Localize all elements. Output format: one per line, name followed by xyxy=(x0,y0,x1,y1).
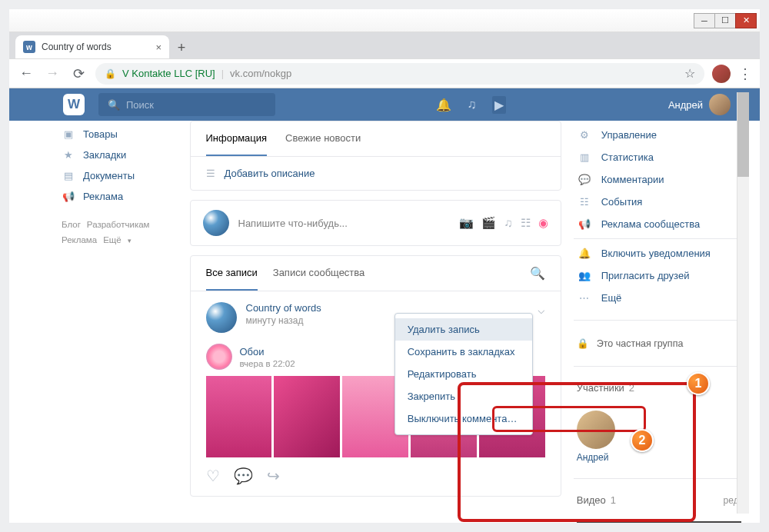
side-events[interactable]: ☷События xyxy=(574,191,744,213)
post-author[interactable]: Country of words xyxy=(246,302,321,314)
post-menu-button[interactable]: ⌵ xyxy=(538,302,545,317)
wall-tab-all[interactable]: Все записи xyxy=(206,256,258,291)
wall-card: Все записи Записи сообщества 🔍 Country o… xyxy=(190,255,561,497)
repost-avatar[interactable] xyxy=(206,344,232,370)
video-icon[interactable]: 🎬 xyxy=(481,216,496,230)
header-avatar xyxy=(709,94,731,115)
add-description[interactable]: ☰ Добавить описание xyxy=(191,157,561,190)
videos-title[interactable]: Видео1ред. xyxy=(574,490,744,510)
play-icon[interactable]: ▶ xyxy=(492,96,506,114)
footer-blog[interactable]: Блог xyxy=(62,220,81,229)
url-org: V Kontakte LLC [RU] xyxy=(122,68,215,79)
chevron-down-icon: ⌵ xyxy=(538,303,545,316)
more-compose-icon[interactable]: ◉ xyxy=(538,216,548,230)
dropdown-edit[interactable]: Редактировать xyxy=(395,363,532,385)
wall-search-icon[interactable]: 🔍 xyxy=(530,256,545,291)
dropdown-disable-comments[interactable]: Выключить комментарии xyxy=(395,407,532,430)
header-username: Андрей xyxy=(668,99,703,111)
invite-icon: 👥 xyxy=(577,270,592,281)
profile-avatar[interactable] xyxy=(712,65,731,83)
bell-icon: 🔔 xyxy=(577,248,592,259)
lock-icon: 🔒 xyxy=(105,68,116,79)
tab-news[interactable]: Свежие новости xyxy=(285,121,361,156)
member-name: Андрей xyxy=(577,452,741,463)
post-avatar[interactable] xyxy=(206,302,237,333)
header-user[interactable]: Андрей ▼ xyxy=(668,94,744,115)
window-titlebar: ─ ☐ ✕ xyxy=(9,9,760,32)
nav-documents[interactable]: ▤Документы xyxy=(55,165,178,186)
gear-icon: ⚙ xyxy=(577,129,592,141)
dropdown-save[interactable]: Сохранить в закладках xyxy=(395,341,532,363)
nav-bookmarks[interactable]: ★Закладки xyxy=(55,145,178,165)
compose-input[interactable]: Напишите что-нибудь... xyxy=(238,218,451,229)
list-icon: ☰ xyxy=(206,168,215,179)
bookmark-star-icon[interactable]: ☆ xyxy=(684,66,695,81)
repost-author[interactable]: Обои xyxy=(240,346,298,357)
forward-button[interactable]: → xyxy=(43,65,62,83)
scrollbar-thumb[interactable] xyxy=(737,92,749,177)
search-input[interactable]: 🔍 Поиск xyxy=(98,93,275,116)
side-stats[interactable]: ▥Статистика xyxy=(574,146,744,168)
post-dropdown: Удалить запись Сохранить в закладках Ред… xyxy=(394,313,533,435)
lock-icon: 🔒 xyxy=(577,337,589,349)
window-maximize[interactable]: ☐ xyxy=(714,13,736,28)
browser-tabbar: w Country of words × + xyxy=(9,32,760,58)
browser-menu-icon[interactable]: ⋮ xyxy=(738,65,752,82)
wall-post: Country of words минуту назад ⌵ Удалить … xyxy=(191,291,561,496)
post-image[interactable] xyxy=(206,376,272,457)
window-close[interactable]: ✕ xyxy=(735,13,757,28)
side-ads[interactable]: 📢Реклама сообщества xyxy=(574,213,744,235)
compose-avatar xyxy=(203,210,229,236)
comment-icon[interactable]: 💬 xyxy=(234,467,253,485)
reload-button[interactable]: ⟳ xyxy=(69,65,88,83)
music-icon[interactable]: ♫ xyxy=(464,98,478,111)
post-image[interactable] xyxy=(274,376,340,457)
music-icon[interactable]: ♫ xyxy=(504,216,512,230)
share-icon[interactable]: ↪ xyxy=(267,467,280,485)
article-icon[interactable]: ☷ xyxy=(521,216,531,230)
tab-information[interactable]: Информация xyxy=(206,121,268,156)
chevron-down-icon: ▾ xyxy=(128,237,131,244)
footer-dev[interactable]: Разработчикам xyxy=(87,220,150,229)
page-scrollbar[interactable] xyxy=(737,92,749,514)
calendar-icon: ☷ xyxy=(577,196,592,208)
tab-close-icon[interactable]: × xyxy=(155,42,161,53)
vk-favicon: w xyxy=(23,41,35,53)
address-bar[interactable]: 🔒 V Kontakte LLC [RU] | vk.com/nokgp ☆ xyxy=(95,63,704,85)
right-sidebar: ⚙Управление ▥Статистика 💬Комментарии ☷Со… xyxy=(574,121,744,523)
members-title[interactable]: Участники2 xyxy=(574,377,744,398)
nav-goods[interactable]: ▣Товары xyxy=(55,124,178,145)
compose-box[interactable]: Напишите что-нибудь... 📷 🎬 ♫ ☷ ◉ xyxy=(190,200,561,246)
member-item[interactable]: Андрей xyxy=(574,406,744,467)
like-icon[interactable]: ♡ xyxy=(206,467,220,485)
left-sidebar: ▣Товары ★Закладки ▤Документы 📢Реклама Бл… xyxy=(55,121,178,523)
camera-icon[interactable]: 📷 xyxy=(459,216,474,230)
member-avatar xyxy=(577,411,615,449)
wall-tab-community[interactable]: Записи сообщества xyxy=(273,256,365,291)
browser-urlbar: ← → ⟳ 🔒 V Kontakte LLC [RU] | vk.com/nok… xyxy=(9,58,760,88)
side-invite[interactable]: 👥Пригласить друзей xyxy=(574,264,744,287)
post-actions: ♡ 💬 ↪ xyxy=(206,457,545,485)
private-group-label: 🔒Это частная группа xyxy=(574,331,744,355)
post-time: минуту назад xyxy=(246,315,321,326)
dropdown-pin[interactable]: Закрепить xyxy=(395,385,532,407)
tab-title: Country of words xyxy=(42,42,112,52)
nav-ads[interactable]: 📢Реклама xyxy=(55,186,178,207)
footer-ads[interactable]: Реклама xyxy=(62,235,97,244)
window-minimize[interactable]: ─ xyxy=(694,13,715,28)
side-more[interactable]: ⋯Ещё xyxy=(574,287,744,309)
video-thumb[interactable] xyxy=(577,521,741,523)
vk-logo[interactable]: W xyxy=(63,94,85,115)
browser-tab[interactable]: w Country of words × xyxy=(15,35,169,58)
repost-time: вчера в 22:02 xyxy=(240,359,298,368)
star-icon: ★ xyxy=(62,149,75,161)
notifications-icon[interactable]: 🔔 xyxy=(437,98,451,112)
new-tab-button[interactable]: + xyxy=(171,37,192,58)
side-manage[interactable]: ⚙Управление xyxy=(574,124,744,146)
footer-more[interactable]: Ещё xyxy=(103,235,122,244)
dropdown-delete[interactable]: Удалить запись xyxy=(395,318,532,341)
side-comments[interactable]: 💬Комментарии xyxy=(574,168,744,191)
back-button[interactable]: ← xyxy=(17,65,35,83)
vk-header: W 🔍 Поиск 🔔 ♫ ▶ Андрей ▼ xyxy=(9,88,760,121)
side-notify[interactable]: 🔔Включить уведомления xyxy=(574,242,744,264)
